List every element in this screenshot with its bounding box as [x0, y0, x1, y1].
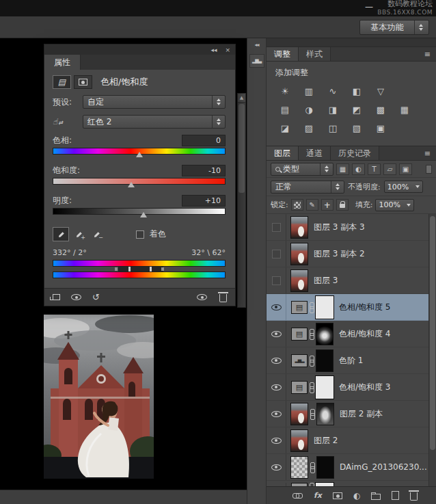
layer-row[interactable]: 图层 2 副本 — [267, 401, 428, 427]
mask-link-icon[interactable] — [309, 356, 314, 366]
layer-thumbnail[interactable] — [290, 429, 308, 452]
lightness-slider-handle[interactable] — [140, 212, 147, 217]
visibility-toggle[interactable] — [267, 401, 286, 427]
lightness-value-field[interactable]: +10 — [182, 195, 226, 207]
channel-dropdown[interactable]: 红色 2 — [83, 115, 226, 129]
mask-thumbnail[interactable] — [316, 456, 334, 479]
colorize-checkbox[interactable] — [136, 230, 144, 239]
vibrance-icon[interactable]: ▽ — [373, 85, 388, 97]
preset-dropdown[interactable]: 自定 — [83, 95, 226, 109]
workspace-switcher-button[interactable]: 基本功能 — [359, 20, 429, 35]
layer-thumbnail[interactable] — [290, 243, 308, 265]
lightness-slider[interactable] — [53, 208, 226, 220]
exposure-icon[interactable]: ◧ — [349, 85, 364, 97]
hue-slider-handle[interactable] — [136, 152, 143, 157]
mask-thumbnail[interactable] — [316, 323, 333, 345]
histogram-panel-icon[interactable] — [249, 54, 264, 68]
layer-name[interactable]: 图层 2 — [314, 435, 338, 447]
layer-thumbnail[interactable] — [290, 216, 308, 239]
mask-link-icon[interactable] — [309, 483, 314, 486]
scrollbar-thumb[interactable] — [239, 104, 245, 193]
mask-thumbnail[interactable] — [316, 349, 333, 372]
layer-row[interactable]: 图层 3 — [267, 267, 428, 294]
tab-properties[interactable]: 属性 — [44, 55, 81, 70]
mask-link-icon[interactable] — [309, 302, 314, 313]
saturation-value-field[interactable]: -10 — [182, 165, 226, 176]
color-lookup-icon[interactable]: ▦ — [397, 103, 412, 116]
canvas-scrollbar[interactable] — [237, 93, 246, 308]
targeted-adjustment-tool[interactable] — [53, 117, 83, 127]
mask-thumbnail[interactable] — [316, 483, 333, 486]
range-edge-handle-right[interactable] — [150, 267, 152, 271]
layer-thumbnail[interactable] — [290, 403, 308, 425]
layer-style-icon[interactable]: fx — [314, 491, 322, 500]
layer-thumbnail[interactable] — [290, 269, 308, 292]
layer-row[interactable]: 色阶 1 — [267, 347, 428, 374]
link-layers-icon[interactable] — [292, 493, 303, 499]
collapse-to-icons-icon[interactable]: ◂◂ — [210, 47, 217, 53]
layer-row-selected[interactable]: 色相/饱和度 5 — [267, 294, 428, 321]
layer-row[interactable]: 图层 2 — [267, 427, 428, 454]
layer-name[interactable]: 图层 3 — [314, 275, 338, 287]
lock-position-icon[interactable] — [321, 199, 333, 211]
filter-toggle-switch[interactable] — [426, 165, 432, 174]
hue-slider[interactable] — [53, 148, 226, 160]
visibility-toggle[interactable] — [267, 267, 286, 293]
tab-styles[interactable]: 样式 — [299, 47, 331, 61]
mask-link-icon[interactable] — [310, 409, 315, 419]
clip-to-layer-icon[interactable] — [53, 294, 60, 300]
invert-icon[interactable]: ◪ — [277, 122, 292, 134]
filter-type-layers-icon[interactable]: T — [368, 163, 381, 175]
toggle-layer-visibility-icon[interactable] — [197, 294, 207, 300]
layer-name[interactable]: 色阶 1 — [339, 355, 363, 367]
delete-layer-icon[interactable] — [410, 492, 418, 501]
mask-controls-button[interactable] — [74, 75, 92, 89]
layer-row[interactable]: 图层 3 副本 3 — [267, 214, 428, 241]
filter-smart-objects-icon[interactable]: ▣ — [399, 163, 412, 175]
expand-panels-icon[interactable] — [254, 42, 258, 48]
adjustment-controls-button[interactable] — [53, 75, 71, 89]
brightness-contrast-icon[interactable]: ☀ — [277, 85, 292, 97]
add-layer-mask-icon[interactable] — [333, 492, 342, 499]
reset-adjustment-icon[interactable] — [92, 293, 100, 302]
mask-thumbnail[interactable] — [316, 376, 333, 399]
layer-thumbnail[interactable] — [290, 456, 308, 479]
new-layer-icon[interactable] — [392, 491, 399, 500]
filter-type-dropdown[interactable]: 类型 — [271, 163, 333, 176]
lock-transparency-icon[interactable] — [291, 199, 303, 211]
visibility-toggle[interactable] — [267, 454, 286, 480]
range-falloff-handle-right[interactable] — [161, 267, 164, 271]
hue-value-field[interactable]: 0 — [182, 135, 226, 146]
adjustment-thumbnail[interactable] — [291, 301, 308, 314]
layer-name[interactable]: 图层 2 副本 — [340, 408, 383, 420]
scroll-up-arrow-icon[interactable] — [238, 94, 245, 103]
saturation-slider-handle[interactable] — [128, 182, 135, 187]
layer-name[interactable]: 色相/饱和度 3 — [339, 382, 391, 393]
layer-row-partial[interactable] — [267, 481, 428, 486]
curves-icon[interactable]: ∿ — [325, 85, 340, 97]
layer-name[interactable]: 色相/饱和度 5 — [339, 302, 391, 313]
delete-adjustment-icon[interactable] — [219, 294, 227, 302]
mask-link-icon[interactable] — [309, 329, 314, 339]
filter-adjustment-layers-icon[interactable]: ◐ — [352, 163, 365, 175]
layer-row[interactable]: DAimG_201306230... — [267, 454, 428, 481]
saturation-slider[interactable] — [53, 178, 226, 190]
posterize-icon[interactable]: ▨ — [301, 122, 316, 134]
visibility-toggle[interactable] — [267, 374, 286, 400]
range-falloff-handle-left[interactable] — [115, 267, 118, 271]
layer-row[interactable]: 图层 3 副本 2 — [267, 241, 428, 267]
opacity-dropdown[interactable]: 100% — [384, 181, 423, 193]
layer-name[interactable]: 图层 3 副本 2 — [314, 248, 365, 260]
mask-link-icon[interactable] — [309, 382, 314, 393]
range-bar[interactable] — [118, 267, 163, 271]
panel-menu-icon[interactable] — [424, 149, 436, 158]
layer-row[interactable]: 色相/饱和度 4 — [267, 321, 428, 347]
black-white-icon[interactable]: ◨ — [325, 103, 340, 116]
adjustment-thumbnail[interactable] — [291, 354, 308, 367]
add-to-sample-eyedropper[interactable] — [70, 227, 87, 241]
channel-mixer-icon[interactable]: ▩ — [373, 103, 388, 116]
adjustment-thumbnail[interactable] — [291, 381, 308, 394]
layer-name[interactable]: DAimG_201306230... — [340, 462, 427, 472]
document-canvas[interactable]: ◂◂ × 属性 色相/饱和度 预设: 自定 — [0, 38, 247, 504]
visibility-toggle[interactable] — [267, 241, 286, 267]
